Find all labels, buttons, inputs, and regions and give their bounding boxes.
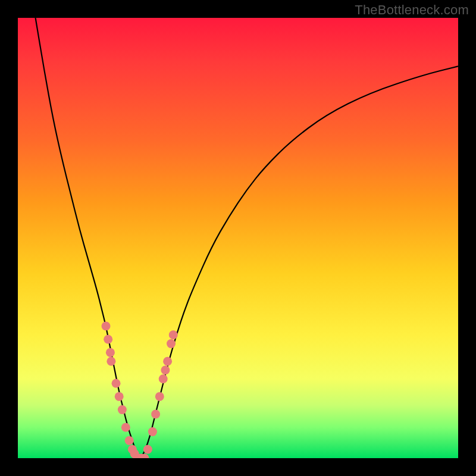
highlight-dot — [148, 427, 157, 436]
plot-area — [18, 18, 458, 458]
highlight-dot — [159, 374, 168, 383]
highlight-dot — [161, 366, 170, 375]
watermark-text: TheBottleneck.com — [355, 2, 469, 18]
highlight-dot — [167, 339, 176, 348]
highlight-dot — [151, 410, 160, 419]
curve-group — [36, 18, 458, 458]
highlight-dot — [125, 436, 134, 445]
curve-right-branch — [141, 66, 458, 458]
highlight-dot — [155, 392, 164, 401]
highlight-dot — [106, 348, 115, 357]
highlight-dot — [118, 405, 127, 414]
highlight-dot — [115, 392, 124, 401]
highlight-dot — [143, 445, 152, 454]
highlight-dot — [163, 357, 172, 366]
highlight-dot — [104, 335, 112, 344]
chart-frame: TheBottleneck.com — [0, 0, 476, 476]
highlight-dot — [107, 357, 115, 366]
highlight-dot — [112, 379, 121, 388]
highlight-dot — [102, 322, 111, 331]
curve-left-branch — [36, 18, 142, 458]
highlight-dot — [121, 423, 130, 432]
highlight-dots — [102, 322, 178, 459]
highlight-dot — [169, 330, 178, 339]
chart-svg — [18, 18, 458, 458]
